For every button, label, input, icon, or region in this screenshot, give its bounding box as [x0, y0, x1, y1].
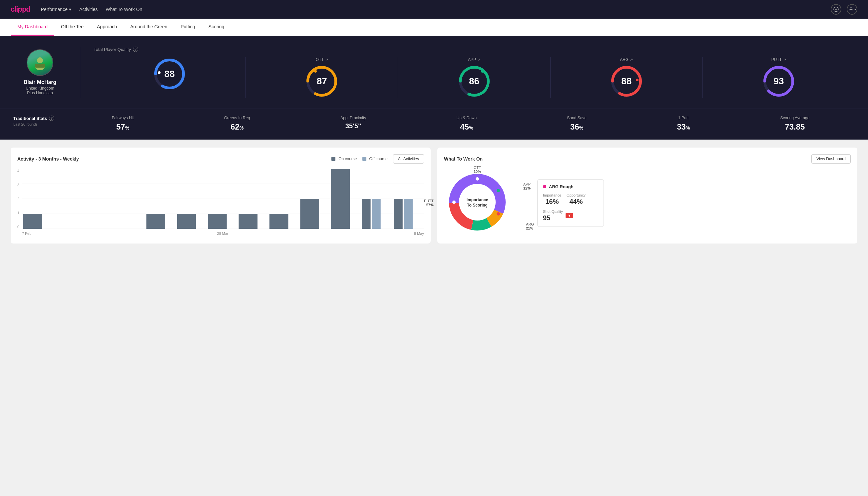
- info-dot: [543, 185, 546, 188]
- stat-scoring-avg-label: Scoring Average: [780, 115, 810, 120]
- putt-svg: 93: [762, 65, 795, 98]
- add-button[interactable]: [831, 4, 841, 15]
- bar-8: [239, 214, 258, 229]
- stat-app-prox-label: App. Proximity: [341, 115, 366, 120]
- stat-scoring-avg-value: 73.85: [780, 122, 810, 131]
- svg-point-33: [496, 212, 500, 216]
- bar-12-off: [372, 199, 380, 229]
- tpq-value: 88: [164, 68, 175, 79]
- arg-circle: ARG ↗ 88: [551, 57, 703, 98]
- stat-up-down-label: Up & Down: [456, 115, 477, 120]
- tab-scoring[interactable]: Scoring: [202, 19, 231, 36]
- donut-center-text: Importance To Scoring: [467, 198, 488, 208]
- putt-circle: PUTT ↗ 93: [703, 57, 855, 98]
- on-course-dot: [331, 157, 335, 161]
- activity-card: Activity - 3 Months - Weekly On course O…: [11, 148, 431, 244]
- what-to-work-on-card: What To Work On View Dashboard OTT 10% A…: [437, 148, 857, 244]
- stats-bar: Traditional Stats ? Last 20 rounds Fairw…: [0, 109, 868, 140]
- nav-activities[interactable]: Activities: [79, 7, 98, 12]
- stat-one-putt-label: 1 Putt: [677, 115, 690, 120]
- putt-trend-icon: ↗: [783, 58, 786, 62]
- bar-6: [177, 214, 196, 229]
- putt-label: PUTT ↗: [771, 57, 786, 62]
- stat-scoring-avg: Scoring Average 73.85: [780, 115, 810, 131]
- stat-fairways-hit-value: 57%: [112, 122, 134, 131]
- importance-metric: Importance 16%: [543, 193, 561, 205]
- chart-container: 4 3 2 1 0: [17, 169, 424, 235]
- putt-donut-label: PUTT 57%: [424, 199, 434, 207]
- svg-point-9: [158, 71, 160, 74]
- donut-section: OTT 10% APP 12% ARG 21% PUTT 57%: [444, 169, 851, 237]
- activity-title: Activity - 3 Months - Weekly: [17, 156, 79, 161]
- help-icon[interactable]: ?: [133, 47, 138, 52]
- bar-12-on: [362, 199, 370, 229]
- tab-off-the-tee[interactable]: Off the Tee: [54, 19, 90, 36]
- player-info: Blair McHarg United Kingdom Plus Handica…: [13, 49, 67, 95]
- info-metrics: Importance 16% Opportunity 44%: [543, 193, 598, 205]
- tab-approach[interactable]: Approach: [90, 19, 124, 36]
- activity-card-header: Activity - 3 Months - Weekly On course O…: [17, 154, 424, 164]
- svg-point-31: [476, 177, 479, 181]
- stat-sand-save-value: 36%: [567, 122, 586, 131]
- app-svg: 86: [458, 65, 491, 98]
- tab-putting[interactable]: Putting: [174, 19, 202, 36]
- nav-performance[interactable]: Performance ▾: [41, 7, 71, 12]
- opportunity-metric: Opportunity 44%: [567, 193, 586, 205]
- chart-area: 7 Feb 28 Mar 9 May: [22, 169, 424, 235]
- app-label: APP ↗: [468, 57, 480, 62]
- stats-items: Fairways Hit 57% Greens In Reg 62% App. …: [67, 115, 855, 131]
- bar-11: [331, 169, 350, 229]
- arg-value: 88: [621, 76, 632, 87]
- tab-my-dashboard[interactable]: My Dashboard: [11, 19, 54, 36]
- stats-help-icon[interactable]: ?: [49, 115, 54, 121]
- stat-up-down-value: 45%: [456, 122, 477, 131]
- svg-point-4: [37, 57, 43, 63]
- chart-legend: On course Off course: [331, 157, 388, 161]
- stat-fairways-hit: Fairways Hit 57%: [112, 115, 134, 131]
- bar-13-off: [404, 199, 413, 229]
- app-circle: APP ↗ 86: [398, 57, 550, 98]
- arg-svg: 88: [610, 65, 643, 98]
- stat-one-putt: 1 Putt 33%: [677, 115, 690, 131]
- quality-section: Total Player Quality ? 88 OTT ↗: [94, 47, 855, 98]
- stat-sand-save-label: Sand Save: [567, 115, 586, 120]
- opportunity-label: Opportunity: [567, 193, 586, 197]
- bar-chart-svg: [22, 169, 424, 229]
- svg-point-15: [481, 70, 484, 73]
- svg-point-18: [636, 79, 638, 81]
- player-name: Blair McHarg: [23, 79, 57, 85]
- avatar: [27, 49, 53, 76]
- all-activities-button[interactable]: All Activities: [393, 154, 424, 164]
- bar-5: [146, 214, 165, 229]
- quality-label: Total Player Quality ?: [94, 47, 855, 52]
- bar-9: [269, 214, 288, 229]
- user-menu-button[interactable]: ▾: [847, 4, 857, 15]
- tab-around-the-green[interactable]: Around the Green: [124, 19, 174, 36]
- importance-value: 16%: [543, 198, 561, 205]
- trend-badge: ▼: [566, 213, 573, 218]
- ott-circle: OTT ↗ 87: [246, 57, 398, 98]
- stat-fairways-hit-label: Fairways Hit: [112, 115, 134, 120]
- legend-on-course: On course: [331, 157, 357, 161]
- nav-links: Performance ▾ Activities What To Work On: [41, 7, 820, 12]
- quality-circles: 88 OTT ↗ 87: [94, 57, 855, 98]
- opportunity-value: 44%: [567, 198, 586, 205]
- nav-right: ▾: [831, 4, 857, 15]
- svg-point-34: [452, 201, 456, 204]
- info-card: ARG Rough Importance 16% Opportunity 44%…: [537, 179, 604, 227]
- donut-wrapper: OTT 10% APP 12% ARG 21% PUTT 57%: [444, 169, 510, 237]
- tpq-svg: 88: [153, 57, 186, 91]
- stat-sand-save: Sand Save 36%: [567, 115, 586, 131]
- tpq-circle: 88: [94, 57, 246, 98]
- view-dashboard-button[interactable]: View Dashboard: [811, 154, 851, 164]
- shot-quality-label-group: Shot Quality 95: [543, 210, 563, 222]
- app-donut-label: APP 12%: [523, 182, 531, 190]
- top-nav: clippd Performance ▾ Activities What To …: [0, 0, 868, 19]
- nav-what-to-work-on[interactable]: What To Work On: [106, 7, 142, 12]
- x-axis-labels: 7 Feb 28 Mar 9 May: [22, 230, 424, 235]
- shot-quality-label: Shot Quality: [543, 210, 563, 214]
- ott-label: OTT ↗: [316, 57, 328, 62]
- avatar-image: [27, 49, 53, 76]
- info-card-title: ARG Rough: [543, 184, 598, 189]
- divider: [80, 47, 80, 98]
